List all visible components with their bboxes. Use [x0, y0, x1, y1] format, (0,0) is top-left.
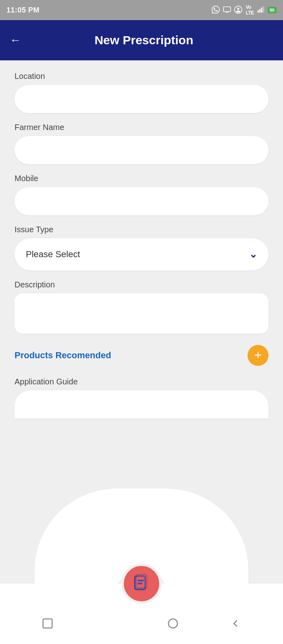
description-field-group: Description — [15, 280, 268, 335]
products-label: Products Recomended — [15, 350, 111, 361]
location-input[interactable] — [15, 85, 268, 113]
svg-point-13 — [169, 619, 178, 628]
description-label: Description — [15, 280, 268, 289]
plus-icon: + — [254, 349, 262, 361]
whatsapp-icon — [212, 6, 220, 15]
profile-icon — [234, 6, 242, 15]
nav-item-square[interactable] — [31, 617, 64, 632]
chevron-down-icon: ⌄ — [249, 249, 257, 260]
svg-rect-0 — [224, 6, 231, 11]
location-field-group: Location — [15, 72, 268, 113]
wifi-icon: VoLTE — [246, 4, 254, 16]
farmer-name-label: Farmer Name — [15, 123, 268, 132]
svg-rect-7 — [263, 6, 264, 12]
bottom-nav — [0, 584, 283, 644]
back-button[interactable]: ← — [10, 34, 21, 47]
fab-button[interactable] — [121, 564, 162, 604]
back-nav-icon — [229, 617, 241, 632]
nav-item-circle[interactable] — [157, 617, 189, 632]
mobile-field-group: Mobile — [15, 174, 268, 215]
location-label: Location — [15, 72, 268, 81]
farmer-name-field-group: Farmer Name — [15, 123, 268, 164]
screen-icon — [223, 6, 231, 14]
square-nav-icon — [42, 617, 54, 632]
issue-type-select-text: Please Select — [26, 249, 80, 260]
application-guide-section: Application Guide — [15, 377, 268, 419]
description-input[interactable] — [15, 293, 268, 334]
mobile-label: Mobile — [15, 174, 268, 183]
header: ← New Prescription — [0, 20, 283, 60]
svg-rect-12 — [43, 619, 52, 628]
status-time: 11:05 PM — [6, 6, 40, 14]
svg-rect-6 — [261, 7, 262, 12]
application-guide-input[interactable] — [15, 390, 268, 419]
svg-rect-4 — [258, 10, 259, 12]
issue-type-field-group: Issue Type Please Select ⌄ — [15, 225, 268, 270]
nav-item-back[interactable] — [219, 617, 252, 632]
add-product-button[interactable]: + — [248, 345, 268, 366]
battery-icon: 90 — [268, 7, 277, 13]
mobile-input[interactable] — [15, 187, 268, 215]
application-guide-label: Application Guide — [15, 377, 268, 386]
svg-point-3 — [237, 8, 239, 10]
issue-type-label: Issue Type — [15, 225, 268, 234]
form-area: Location Farmer Name Mobile Issue Type P… — [0, 60, 283, 584]
products-row: Products Recomended + — [15, 345, 268, 366]
svg-rect-5 — [259, 9, 260, 12]
farmer-name-input[interactable] — [15, 136, 268, 164]
issue-type-select[interactable]: Please Select ⌄ — [15, 238, 268, 270]
circle-nav-icon — [167, 617, 179, 632]
signal-icon — [257, 6, 264, 14]
status-icons: VoLTE 90 — [212, 4, 277, 16]
fab-icon — [133, 573, 150, 594]
page-title: New Prescription — [31, 33, 273, 47]
status-bar: 11:05 PM VoLTE — [0, 0, 283, 20]
